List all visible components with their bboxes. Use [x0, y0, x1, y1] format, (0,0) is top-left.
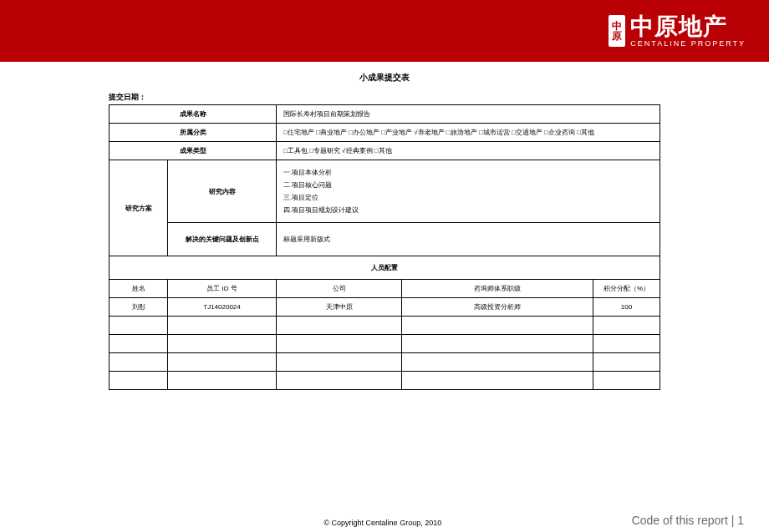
research-line-4: 四.项目项目规划设计建议 [283, 205, 653, 215]
staff-name: 刘彤 [109, 298, 168, 317]
research-line-1: 一.项目本体分析 [283, 168, 653, 177]
staff-row: 刘彤 TJ14020024 天津中原 高级投资分析师 100 [109, 298, 660, 317]
staff-role: 高级投资分析师 [402, 298, 593, 317]
header-bar: 中 原 中原地产 CENTALINE PROPERTY [0, 0, 769, 62]
staff-empty-row [109, 317, 660, 335]
field-value-key: 标题采用新版式 [277, 223, 660, 256]
staff-head-ratio: 积分分配（%） [593, 280, 660, 298]
brand-logo: 中 原 中原地产 CENTALINE PROPERTY [609, 15, 746, 48]
staff-id: TJ14020024 [168, 298, 277, 317]
field-label-research-content: 研究内容 [168, 160, 277, 223]
staff-empty-row [109, 372, 660, 390]
field-value-research-content: 一.项目本体分析 二.项目核心问题 三.项目定位 四.项目项目规划设计建议 [277, 160, 660, 223]
footer: © Copyright Centaline Group, 2010 Code o… [0, 514, 769, 527]
staff-company: 天津中原 [277, 298, 402, 317]
staff-head-id: 员工 ID 号 [168, 280, 277, 298]
staff-head-role: 咨询师体系职级 [402, 280, 593, 298]
field-label-category: 所属分类 [109, 124, 277, 142]
copyright-text: © Copyright Centaline Group, 2010 [134, 519, 632, 527]
field-value-name: 国际长寿村项目前期策划报告 [277, 105, 660, 124]
staff-head-name: 姓名 [109, 280, 168, 298]
field-value-type: □工具包 □专题研究 √经典案例 □其他 [277, 142, 660, 160]
page-code: Code of this report | 1 [632, 514, 744, 527]
logo-english: CENTALINE PROPERTY [630, 40, 746, 48]
document-title: 小成果提交表 [109, 72, 660, 84]
field-label-type: 成果类型 [109, 142, 277, 160]
document-body: 小成果提交表 提交日期： 成果名称 国际长寿村项目前期策划报告 所属分类 □住宅… [0, 62, 769, 390]
field-label-key: 解决的关键问题及创新点 [168, 223, 277, 256]
staff-empty-row [109, 353, 660, 372]
research-line-3: 三.项目定位 [283, 193, 653, 202]
staff-empty-row [109, 335, 660, 353]
logo-badge-bottom: 原 [612, 31, 622, 41]
research-line-2: 二.项目核心问题 [283, 180, 653, 190]
staff-head-company: 公司 [277, 280, 402, 298]
field-value-category: □住宅地产 □商业地产 □办公地产 □产业地产 √养老地产 □旅游地产 □城市运… [277, 124, 660, 142]
staff-ratio: 100 [593, 298, 660, 317]
staff-header-row: 姓名 员工 ID 号 公司 咨询师体系职级 积分分配（%） [109, 280, 660, 298]
staff-section-title: 人员配置 [109, 256, 660, 280]
logo-chinese: 中原地产 [630, 15, 746, 38]
field-label-plan: 研究方案 [109, 160, 168, 256]
submission-table: 成果名称 国际长寿村项目前期策划报告 所属分类 □住宅地产 □商业地产 □办公地… [109, 104, 660, 390]
submit-date-label: 提交日期： [109, 92, 660, 103]
field-label-name: 成果名称 [109, 105, 277, 124]
logo-badge-icon: 中 原 [609, 15, 625, 47]
